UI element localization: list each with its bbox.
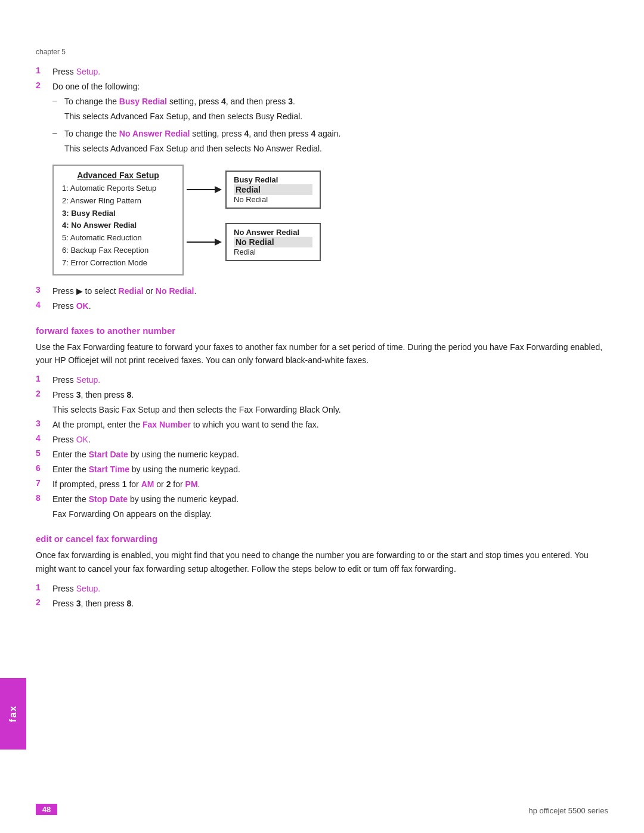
fax-number-ref: Fax Number — [143, 420, 191, 429]
forward-step-7-text: If prompted, press 1 for AM or 2 for PM. — [52, 478, 608, 491]
forward-step-7: 7 If prompted, press 1 for AM or 2 for P… — [36, 478, 608, 491]
ok-link-2: OK — [76, 435, 88, 444]
adv-fax-item-2: 2: Answer Ring Pattern — [62, 195, 174, 208]
forward-step-4-text: Press OK. — [52, 433, 608, 446]
forward-step-3-number: 3 — [36, 419, 52, 428]
adv-fax-item-5: 5: Automatic Reduction — [62, 232, 174, 244]
main-content: 1 Press Setup. 2 Do one of the following… — [36, 66, 608, 612]
adv-fax-item-1: 1: Automatic Reports Setup — [62, 182, 174, 195]
forward-step-6: 6 Enter the Start Time by using the nume… — [36, 463, 608, 476]
key-1-ref: 1 — [122, 479, 127, 489]
forward-step-1-number: 1 — [36, 374, 52, 383]
adv-fax-item-7: 7: Error Correction Mode — [62, 257, 174, 270]
step-2-text: Do one of the following: — [52, 80, 608, 93]
forward-step-2-sub: This selects Basic Fax Setup and then se… — [52, 404, 608, 416]
forward-step-1-text: Press Setup. — [52, 374, 608, 386]
adv-fax-title: Advanced Fax Setup — [62, 171, 174, 180]
page-container: fax chapter 5 1 Press Setup. 2 Do one of… — [0, 0, 644, 833]
redial-link: Redial — [119, 286, 144, 296]
forward-step-3: 3 At the prompt, enter the Fax Number to… — [36, 419, 608, 431]
arrow-row-no-answer: No Answer Redial No Redial Redial — [184, 223, 321, 261]
bullet-2-sub: This selects Advanced Fax Setup and then… — [64, 143, 608, 155]
edit-cancel-description: Once fax forwarding is enabled, you migh… — [36, 549, 608, 575]
busy-redial-box: Busy Redial Redial No Redial — [225, 171, 321, 209]
busy-redial-selected: Redial — [234, 184, 312, 195]
chapter-label: chapter 5 — [36, 48, 66, 56]
bullet-2: – To change the No Answer Redial setting… — [52, 128, 608, 140]
forward-step-5-number: 5 — [36, 448, 52, 458]
step-2: 2 Do one of the following: — [36, 80, 608, 93]
pm-ref: PM — [185, 479, 198, 489]
step-3-text: Press ▶ to select Redial or No Redial. — [52, 285, 608, 298]
forward-step-4-number: 4 — [36, 433, 52, 443]
am-ref: AM — [141, 479, 154, 489]
busy-redial-other: No Redial — [234, 195, 312, 204]
forward-faxes-description: Use the Fax Forwarding feature to forwar… — [36, 340, 608, 367]
adv-fax-item-6: 6: Backup Fax Reception — [62, 244, 174, 257]
forward-step-5-text: Enter the Start Date by using the numeri… — [52, 448, 608, 461]
forward-step-6-text: Enter the Start Time by using the numeri… — [52, 463, 608, 476]
edit-step-2-text: Press 3, then press 8. — [52, 597, 608, 610]
key-4-ref3: 4 — [311, 129, 316, 138]
forward-step-2: 2 Press 3, then press 8. — [36, 389, 608, 401]
setup-link-1: Setup. — [76, 67, 100, 76]
arrow-no-answer-icon — [184, 234, 225, 250]
start-time-ref: Start Time — [89, 465, 129, 474]
step-4-text: Press OK. — [52, 300, 608, 312]
edit-step-1: 1 Press Setup. — [36, 583, 608, 595]
bullet-2-text: To change the No Answer Redial setting, … — [64, 128, 608, 140]
setup-link-2: Setup. — [76, 375, 100, 385]
step-2-number: 2 — [36, 80, 52, 90]
arrow-row-busy: Busy Redial Redial No Redial — [184, 171, 321, 209]
key-2-ref: 2 — [166, 479, 171, 489]
step-4: 4 Press OK. — [36, 300, 608, 312]
edit-step-1-text: Press Setup. — [52, 583, 608, 595]
fax-tab-label: fax — [8, 705, 18, 722]
no-answer-redial-selected: No Redial — [234, 237, 312, 247]
forward-step-6-number: 6 — [36, 463, 52, 473]
forward-step-2-text: Press 3, then press 8. — [52, 389, 608, 401]
forward-step-4: 4 Press OK. — [36, 433, 608, 446]
forward-faxes-heading: forward faxes to another number — [36, 326, 608, 336]
forward-step-5: 5 Enter the Start Date by using the nume… — [36, 448, 608, 461]
adv-fax-box: Advanced Fax Setup 1: Automatic Reports … — [52, 165, 184, 275]
fax-tab: fax — [0, 678, 26, 750]
forward-step-8: 8 Enter the Stop Date by using the numer… — [36, 493, 608, 506]
forward-step-7-number: 7 — [36, 478, 52, 488]
key-3-ref: 3 — [288, 97, 293, 106]
step-3: 3 Press ▶ to select Redial or No Redial. — [36, 285, 608, 298]
key-4-ref2: 4 — [244, 129, 249, 138]
footer-product: hp officejet 5500 series — [529, 806, 608, 815]
no-answer-redial-ref: No Answer Redial — [119, 129, 190, 138]
no-answer-redial-other: Redial — [234, 247, 312, 256]
step-1-number: 1 — [36, 66, 52, 75]
bullet-dash-2: – — [52, 128, 64, 137]
forward-step-1: 1 Press Setup. — [36, 374, 608, 386]
step-3-number: 3 — [36, 285, 52, 295]
edit-step-2-number: 2 — [36, 597, 52, 607]
edit-step-1-number: 1 — [36, 583, 52, 592]
step-1: 1 Press Setup. — [36, 66, 608, 78]
setup-link-3: Setup. — [76, 584, 100, 593]
key-3-edit: 3 — [76, 599, 81, 608]
forward-step-8-number: 8 — [36, 493, 52, 503]
no-answer-redial-box: No Answer Redial No Redial Redial — [225, 223, 321, 261]
busy-redial-ref: Busy Redial — [119, 97, 167, 106]
diagram-area: Advanced Fax Setup 1: Automatic Reports … — [52, 165, 608, 275]
adv-fax-item-3: 3: Busy Redial — [62, 208, 174, 220]
bullet-1-text: To change the Busy Redial setting, press… — [64, 95, 608, 108]
key-8-fwd: 8 — [127, 390, 132, 400]
edit-cancel-heading: edit or cancel fax forwarding — [36, 534, 608, 544]
arrow-busy-icon — [184, 181, 225, 198]
ok-link-1: OK — [76, 301, 89, 311]
step-4-number: 4 — [36, 300, 52, 309]
forward-step-2-number: 2 — [36, 389, 52, 398]
forward-step-3-text: At the prompt, enter the Fax Number to w… — [52, 419, 608, 431]
bullet-1: – To change the Busy Redial setting, pre… — [52, 95, 608, 108]
forward-step-8-sub: Fax Forwarding On appears on the display… — [52, 508, 608, 521]
key-4-ref1: 4 — [221, 97, 226, 106]
bullet-1-sub: This selects Advanced Fax Setup, and the… — [64, 110, 608, 123]
key-8-edit: 8 — [127, 599, 132, 608]
step-1-text: Press Setup. — [52, 66, 608, 78]
adv-fax-item-4: 4: No Answer Redial — [62, 219, 174, 232]
